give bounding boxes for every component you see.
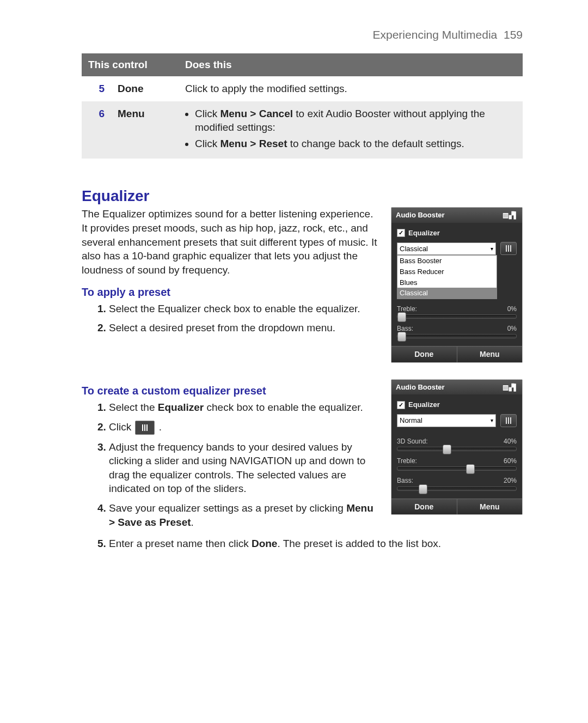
- preset-option[interactable]: Blues: [397, 277, 497, 288]
- equalizer-sliders-icon: [505, 245, 512, 252]
- step: Select the Equalizer check box to enable…: [109, 302, 380, 316]
- equalizer-checkbox[interactable]: ✓ Equalizer: [397, 400, 517, 410]
- preset-selected: Classical: [400, 244, 428, 254]
- bullet: Click Menu > Reset to change back to the…: [195, 137, 516, 151]
- window-titlebar: Audio Booster ▥ ▞▌: [391, 208, 522, 223]
- bass-slider[interactable]: [397, 334, 517, 338]
- page-header: Experiencing Multimedia 159: [82, 27, 523, 42]
- row-num: 5: [82, 76, 111, 101]
- section-title-equalizer: Equalizer: [82, 186, 523, 206]
- th-does: Does this: [179, 53, 523, 76]
- custom-steps: Select the Equalizer check box to enable…: [82, 400, 380, 529]
- preset-dropdown-list[interactable]: Bass Booster Bass Reducer Blues Classica…: [397, 255, 497, 299]
- preset-dropdown[interactable]: Normal ▾: [397, 414, 496, 427]
- bass-label: Bass:: [397, 476, 413, 485]
- equalizer-sliders-icon: [135, 421, 155, 435]
- preset-option[interactable]: Bass Booster: [397, 256, 497, 266]
- sound3d-slider[interactable]: [397, 447, 517, 451]
- preset-option[interactable]: Bass Reducer: [397, 266, 497, 277]
- treble-slider[interactable]: [397, 466, 517, 471]
- subtitle-apply-preset: To apply a preset: [82, 285, 380, 300]
- status-icons: ▥ ▞▌: [503, 211, 518, 220]
- status-icons: ▥ ▞▌: [503, 383, 518, 392]
- equalizer-intro: The Equalizer optimizes sound for a bett…: [82, 207, 380, 277]
- window-title: Audio Booster: [396, 210, 445, 220]
- row-desc: Click Menu > Cancel to exit Audio Booste…: [179, 101, 523, 159]
- row-num: 6: [82, 101, 111, 159]
- done-softkey[interactable]: Done: [391, 499, 457, 515]
- slider-thumb[interactable]: [397, 312, 406, 322]
- preset-selected: Normal: [400, 416, 422, 426]
- step: Select a desired preset from the dropdow…: [109, 321, 380, 335]
- step: Save your equalizer settings as a preset…: [109, 501, 380, 529]
- row-desc: Click to apply the modified settings.: [179, 76, 523, 101]
- equalizer-checkbox[interactable]: ✓ Equalizer: [397, 228, 517, 238]
- row-name: Done: [111, 76, 179, 101]
- table-row: 6 Menu Click Menu > Cancel to exit Audio…: [82, 101, 523, 159]
- menu-softkey[interactable]: Menu: [457, 347, 523, 362]
- apply-steps: Select the Equalizer check box to enable…: [82, 302, 380, 335]
- treble-value: 60%: [504, 457, 517, 465]
- row-name: Menu: [111, 101, 179, 159]
- slider-thumb[interactable]: [419, 484, 427, 494]
- window-titlebar: Audio Booster ▥ ▞▌: [391, 380, 522, 395]
- slider-thumb[interactable]: [466, 464, 475, 474]
- th-control: This control: [82, 53, 179, 76]
- page-number: 159: [504, 28, 523, 41]
- chapter-title: Experiencing Multimedia: [373, 28, 498, 41]
- sound3d-value: 40%: [504, 437, 517, 446]
- sound3d-label: 3D Sound:: [397, 437, 428, 446]
- treble-label: Treble:: [397, 457, 417, 465]
- treble-value: 0%: [507, 305, 517, 313]
- preset-dropdown[interactable]: Classical ▾: [397, 242, 496, 256]
- controls-table: This control Does this 5 Done Click to a…: [82, 53, 523, 158]
- subtitle-custom-preset: To create a custom equalizer preset: [82, 384, 380, 398]
- preset-option-selected[interactable]: Classical: [397, 288, 497, 299]
- bullet: Click Menu > Cancel to exit Audio Booste…: [195, 107, 516, 135]
- chevron-down-icon: ▾: [491, 417, 493, 424]
- bass-value: 20%: [504, 476, 517, 485]
- checkbox-label: Equalizer: [408, 400, 440, 410]
- step: Select the Equalizer check box to enable…: [109, 400, 380, 415]
- step: Adjust the frequency bands to your desir…: [109, 440, 380, 496]
- step: Enter a preset name then click Done. The…: [109, 537, 523, 551]
- table-row: 5 Done Click to apply the modified setti…: [82, 76, 523, 101]
- screenshot-audio-booster-sliders: Audio Booster ▥ ▞▌ ✓ Equalizer Normal ▾: [391, 379, 523, 515]
- bass-value: 0%: [507, 324, 517, 333]
- checkbox-icon: ✓: [397, 401, 405, 409]
- equalizer-editor-button[interactable]: [500, 242, 517, 255]
- window-title: Audio Booster: [396, 382, 445, 392]
- custom-steps-cont: Enter a preset name then click Done. The…: [82, 537, 523, 551]
- slider-thumb[interactable]: [443, 445, 451, 454]
- equalizer-sliders-icon: [505, 417, 512, 424]
- done-softkey[interactable]: Done: [391, 347, 457, 362]
- screenshot-audio-booster-presets: Audio Booster ▥ ▞▌ ✓ Equalizer Classical…: [391, 207, 523, 363]
- slider-thumb[interactable]: [397, 332, 406, 342]
- chevron-down-icon: ▾: [491, 245, 493, 253]
- checkbox-icon: ✓: [397, 229, 405, 237]
- treble-slider[interactable]: [397, 314, 517, 319]
- step: Click .: [109, 420, 380, 435]
- menu-softkey[interactable]: Menu: [457, 499, 523, 515]
- bass-slider[interactable]: [397, 487, 517, 491]
- equalizer-editor-button[interactable]: [500, 414, 517, 427]
- checkbox-label: Equalizer: [408, 228, 440, 238]
